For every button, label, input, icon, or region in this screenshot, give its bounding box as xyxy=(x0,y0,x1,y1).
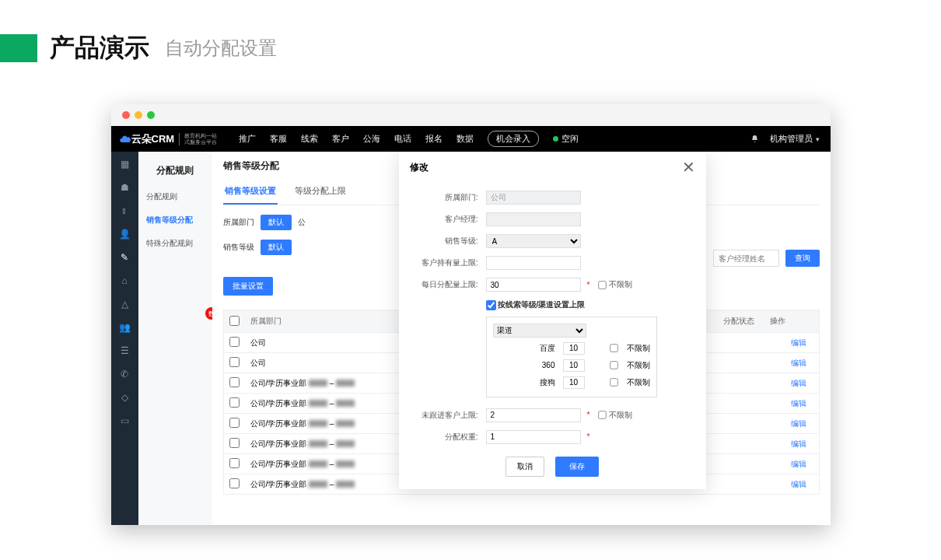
filter-dept-label: 所属部门 xyxy=(223,217,254,228)
checkbox-daily-unlimited[interactable] xyxy=(599,281,607,289)
sidebar-item-special[interactable]: 特殊分配规则 xyxy=(138,232,212,255)
input-daily-limit[interactable] xyxy=(486,278,581,292)
select-all-checkbox[interactable] xyxy=(229,316,240,326)
card-icon[interactable]: ▭ xyxy=(118,415,131,427)
th-op: 操作 xyxy=(765,316,804,327)
row-checkbox[interactable] xyxy=(229,478,240,488)
cancel-button[interactable]: 取消 xyxy=(505,457,544,477)
nav-service[interactable]: 客服 xyxy=(270,133,287,145)
label-hold-limit: 客户持有量上限: xyxy=(410,257,486,268)
nav-pool[interactable]: 公海 xyxy=(363,133,380,145)
th-status: 分配状态 xyxy=(719,316,765,327)
checkbox-unfollow-unlimited[interactable] xyxy=(599,411,607,418)
input-unfollow[interactable] xyxy=(486,408,581,422)
select-level[interactable]: A xyxy=(486,234,581,248)
channel-limit-input[interactable] xyxy=(563,376,585,389)
nav-promo[interactable]: 推广 xyxy=(239,133,256,145)
dashboard-icon[interactable]: ▦ xyxy=(118,158,131,170)
sidebar-item-rules[interactable]: 分配规则 xyxy=(138,185,212,208)
iconbar: ▦ ☗ ⫾ 👤 ✎ ⌂ △ 👥 ☰ ✆ ◇ ▭ xyxy=(111,152,138,525)
edit-link[interactable]: 编辑 xyxy=(786,378,819,389)
nav-opportunity-pill[interactable]: 机会录入 xyxy=(488,131,539,147)
search-input[interactable] xyxy=(713,250,779,267)
nav-leads[interactable]: 线索 xyxy=(301,133,318,145)
bell-icon[interactable] xyxy=(750,135,759,143)
select-channel-type[interactable]: 渠道 xyxy=(493,324,586,338)
row-checkbox[interactable] xyxy=(229,397,240,408)
doc-icon[interactable]: ☰ xyxy=(118,345,131,357)
row-checkbox[interactable] xyxy=(229,438,240,448)
channel-unlimited-checkbox[interactable] xyxy=(610,378,617,386)
label-level: 销售等级: xyxy=(410,236,486,247)
search-button[interactable]: 查询 xyxy=(785,250,820,267)
label-by-channel: 按线索等级/渠道设置上限 xyxy=(498,299,586,310)
edit-link[interactable]: 编辑 xyxy=(786,459,819,470)
row-checkbox[interactable] xyxy=(229,418,240,428)
tag-icon[interactable]: ◇ xyxy=(118,391,131,404)
status-dot-icon xyxy=(553,136,558,142)
user-icon[interactable]: 👤 xyxy=(118,228,131,240)
filter-level-default[interactable]: 默认 xyxy=(261,240,292,255)
logo-text: 云朵CRM xyxy=(131,132,175,146)
channel-name: 搜狗 xyxy=(516,377,555,388)
channel-unlimited-checkbox[interactable] xyxy=(610,361,617,369)
channel-name: 360 xyxy=(516,361,555,369)
filter-level-label: 销售等级 xyxy=(223,242,254,253)
filter-dept-value: 公 xyxy=(298,217,306,228)
nav-data[interactable]: 数据 xyxy=(457,133,474,145)
batch-settings-button[interactable]: 批量设置 xyxy=(223,277,273,296)
edit-link[interactable]: 编辑 xyxy=(786,479,819,490)
edit-link[interactable]: 编辑 xyxy=(786,358,819,369)
edit-modal: 修改 ✕ 所属部门: 客户经理: 销售等级: A xyxy=(399,152,706,489)
edit-link[interactable]: 编辑 xyxy=(786,439,819,450)
channel-limits-box: 渠道 百度不限制360不限制搜狗不限制 xyxy=(486,317,657,397)
modal-form: 所属部门: 客户经理: 销售等级: A 客户持有量上限: xyxy=(399,191,706,489)
label-weight: 分配权重: xyxy=(410,432,486,443)
edit-link[interactable]: 编辑 xyxy=(786,418,819,429)
window-close-dot[interactable] xyxy=(122,111,130,119)
edit-icon[interactable]: ✎ xyxy=(118,251,131,264)
label-unfollow-unlimited: 不限制 xyxy=(609,410,632,421)
page-title: 产品演示 xyxy=(50,31,149,65)
input-weight[interactable] xyxy=(486,430,581,444)
row-checkbox[interactable] xyxy=(229,458,240,468)
chevron-down-icon: ▾ xyxy=(816,135,820,143)
main-content: 销售等级分配 销售等级设置 等级分配上限 所属部门 默认 公 销售等级 默认 批… xyxy=(212,152,831,525)
page-header: 产品演示 自动分配设置 xyxy=(0,0,941,65)
logo-tagline: 教育机构一站式服务云平台 xyxy=(179,133,217,145)
channel-limit-input[interactable] xyxy=(563,359,585,372)
search-area: 查询 xyxy=(713,250,820,267)
chart-icon[interactable]: ⫾ xyxy=(118,205,131,217)
nav-signup[interactable]: 报名 xyxy=(425,133,443,145)
label-daily-limit: 每日分配量上限: xyxy=(410,279,486,290)
users-icon[interactable]: 👥 xyxy=(118,321,131,334)
modal-actions: 取消 保存 xyxy=(410,457,695,477)
row-checkbox[interactable] xyxy=(229,357,240,367)
filter-dept-default[interactable]: 默认 xyxy=(261,215,292,230)
shield-icon[interactable]: ☗ xyxy=(118,181,131,194)
channel-limit-input[interactable] xyxy=(563,342,585,355)
channel-unlimited-checkbox[interactable] xyxy=(610,344,617,352)
row-checkbox[interactable] xyxy=(229,377,240,387)
nav-phone[interactable]: 电话 xyxy=(394,133,411,145)
topnav: 推广 客服 线索 客户 公海 电话 报名 数据 机会录入 xyxy=(239,131,539,147)
checkbox-by-channel[interactable] xyxy=(486,300,496,310)
sidebar-item-sales-level[interactable]: 销售等级分配 xyxy=(138,208,212,232)
save-button[interactable]: 保存 xyxy=(555,457,599,477)
tab-level-settings[interactable]: 销售等级设置 xyxy=(223,179,278,205)
triangle-icon[interactable]: △ xyxy=(118,298,131,310)
home-icon[interactable]: ⌂ xyxy=(118,275,131,287)
user-menu[interactable]: 机构管理员 ▾ xyxy=(770,133,819,145)
edit-link[interactable]: 编辑 xyxy=(786,398,819,409)
input-hold-limit[interactable] xyxy=(486,256,581,270)
channel-row: 360不限制 xyxy=(493,359,650,372)
window-min-dot[interactable] xyxy=(135,111,142,119)
edit-link[interactable]: 编辑 xyxy=(786,338,819,348)
window-max-dot[interactable] xyxy=(147,111,155,119)
nav-customers[interactable]: 客户 xyxy=(332,133,349,145)
phone-icon[interactable]: ✆ xyxy=(118,368,131,380)
close-icon[interactable]: ✕ xyxy=(682,158,695,177)
row-checkbox[interactable] xyxy=(229,337,240,347)
channel-row: 百度不限制 xyxy=(493,342,650,355)
tab-level-limit[interactable]: 等级分配上限 xyxy=(293,179,348,205)
